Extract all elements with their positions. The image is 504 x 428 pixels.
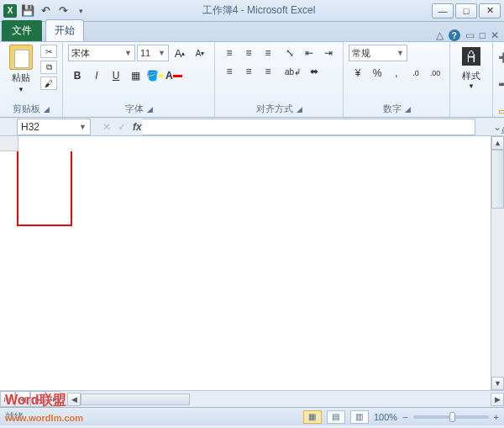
redo-icon[interactable]: ↷: [56, 4, 70, 18]
close-button[interactable]: ✕: [479, 3, 501, 18]
scroll-down-button[interactable]: ▼: [491, 377, 504, 390]
doc-restore-button[interactable]: □: [480, 29, 486, 41]
group-number-label: 数字: [383, 103, 402, 115]
font-color-button[interactable]: A: [165, 67, 183, 84]
scroll-right-button[interactable]: ▶: [491, 393, 504, 406]
insert-cells-button[interactable]: ➕插入▼: [498, 45, 504, 70]
cancel-formula-icon[interactable]: ✕: [102, 121, 111, 133]
styles-button[interactable]: 🅰 样式 ▼: [455, 45, 487, 90]
sheet-prev-button[interactable]: ◀: [15, 391, 30, 407]
quick-access-toolbar: X 💾 ↶ ↷ ▾: [3, 4, 87, 18]
sheet-first-button[interactable]: ⏮: [0, 391, 15, 407]
normal-view-button[interactable]: ▦: [303, 410, 322, 424]
doc-minimize-button[interactable]: ▭: [465, 29, 475, 41]
number-format-combo[interactable]: 常规▼: [349, 45, 407, 61]
zoom-in-button[interactable]: +: [494, 412, 499, 422]
format-cells-button[interactable]: ▭格式▼: [498, 98, 504, 124]
zoom-slider[interactable]: [413, 415, 489, 419]
ribbon-right-controls: △ ? ▭ □ ✕: [436, 29, 504, 41]
fill-color-button[interactable]: 🪣: [145, 67, 164, 84]
zoom-level[interactable]: 100%: [374, 412, 397, 422]
sheet-next-button[interactable]: ▶: [30, 391, 45, 407]
ribbon: 粘贴 ▼ ✂ ⧉ 🖌 剪贴板◢ 宋体▼ 11▼ A▴ A▾ B I U ▦: [0, 42, 504, 118]
format-painter-button[interactable]: 🖌: [40, 77, 57, 90]
paste-label: 粘贴: [12, 71, 30, 84]
align-middle-button[interactable]: ≡: [239, 45, 258, 61]
styles-icon: 🅰: [459, 45, 484, 70]
window-title: 工作簿4 - Microsoft Excel: [87, 3, 430, 18]
border-button[interactable]: ▦: [126, 67, 144, 84]
font-size-combo[interactable]: 11▼: [137, 45, 169, 61]
shrink-font-button[interactable]: A▾: [191, 45, 209, 61]
decrease-decimal-button[interactable]: .00: [426, 65, 444, 82]
help-icon[interactable]: ?: [449, 29, 460, 41]
italic-button[interactable]: I: [87, 67, 106, 84]
align-right-button[interactable]: ≡: [259, 63, 277, 80]
cut-button[interactable]: ✂: [40, 45, 57, 58]
formula-expand-icon[interactable]: ⌄: [491, 121, 504, 133]
clipboard-launcher-icon[interactable]: ◢: [44, 105, 50, 114]
decrease-indent-button[interactable]: ⇤: [300, 45, 318, 61]
qat-customize-icon[interactable]: ▾: [74, 4, 87, 18]
font-name-combo[interactable]: 宋体▼: [68, 45, 135, 61]
fx-icon[interactable]: fx: [133, 121, 142, 133]
increase-indent-button[interactable]: ⇥: [319, 45, 338, 61]
increase-decimal-button[interactable]: .0: [407, 65, 425, 82]
align-left-button[interactable]: ≡: [220, 63, 239, 80]
styles-label: 样式: [462, 70, 480, 82]
row-headers: [0, 151, 18, 390]
horizontal-scrollbar[interactable]: ◀ ▶: [67, 391, 504, 407]
page-break-view-button[interactable]: ▥: [350, 410, 369, 424]
worksheet-grid: ▲ ▼: [0, 136, 504, 390]
zoom-out-button[interactable]: −: [402, 412, 407, 422]
orientation-button[interactable]: ⤡: [281, 45, 299, 61]
save-icon[interactable]: 💾: [21, 4, 34, 18]
status-bar: 就绪 ▦ ▤ ▥ 100% − +: [0, 407, 504, 425]
doc-close-button[interactable]: ✕: [491, 29, 499, 41]
select-all-corner[interactable]: [0, 136, 18, 151]
merge-center-button[interactable]: ⬌: [306, 63, 323, 80]
comma-button[interactable]: ,: [387, 65, 406, 82]
copy-button[interactable]: ⧉: [40, 61, 57, 74]
paste-button[interactable]: 粘贴 ▼: [5, 45, 37, 93]
formula-bar: H32▼ ✕ ✓ fx ⌄: [0, 118, 504, 136]
maximize-button[interactable]: □: [455, 3, 477, 18]
excel-icon: X: [3, 4, 17, 18]
align-center-button[interactable]: ≡: [239, 63, 258, 80]
enter-formula-icon[interactable]: ✓: [118, 121, 126, 133]
delete-icon: ➖: [498, 78, 504, 90]
delete-cells-button[interactable]: ➖删除▼: [498, 71, 504, 97]
font-launcher-icon[interactable]: ◢: [147, 105, 153, 114]
number-launcher-icon[interactable]: ◢: [405, 105, 411, 114]
vertical-scrollbar[interactable]: ▲ ▼: [491, 136, 504, 390]
alignment-launcher-icon[interactable]: ◢: [297, 105, 302, 114]
bold-button[interactable]: B: [68, 67, 87, 84]
hscroll-thumb[interactable]: [81, 394, 190, 405]
format-icon: ▭: [498, 105, 504, 117]
group-font: 宋体▼ 11▼ A▴ A▾ B I U ▦ 🪣 A 字体◢: [63, 42, 215, 117]
tab-开始[interactable]: 开始: [45, 19, 84, 41]
underline-button[interactable]: U: [107, 67, 125, 84]
group-clipboard: 粘贴 ▼ ✂ ⧉ 🖌 剪贴板◢: [0, 42, 63, 117]
page-layout-view-button[interactable]: ▤: [327, 410, 345, 424]
currency-button[interactable]: ¥: [349, 65, 367, 82]
minimize-button[interactable]: —: [432, 3, 454, 18]
vscroll-thumb[interactable]: [491, 150, 504, 209]
scroll-left-button[interactable]: ◀: [67, 393, 81, 406]
status-ready: 就绪: [5, 410, 24, 423]
undo-icon[interactable]: ↶: [39, 4, 52, 18]
file-tab[interactable]: 文件: [2, 20, 42, 41]
name-box[interactable]: H32▼: [17, 119, 91, 135]
ribbon-minimize-icon[interactable]: △: [436, 29, 444, 41]
scroll-up-button[interactable]: ▲: [491, 136, 504, 150]
wrap-text-button[interactable]: ab↲: [281, 63, 305, 80]
sheet-last-button[interactable]: ⏭: [45, 391, 60, 407]
grow-font-button[interactable]: A▴: [171, 45, 189, 61]
align-bottom-button[interactable]: ≡: [259, 45, 277, 61]
group-font-label: 字体: [125, 103, 144, 115]
group-number: 常规▼ ¥ % , .0 .00 数字◢: [344, 42, 450, 117]
group-clipboard-label: 剪贴板: [13, 103, 40, 115]
formula-input[interactable]: [142, 119, 475, 135]
align-top-button[interactable]: ≡: [220, 45, 239, 61]
percent-button[interactable]: %: [368, 65, 386, 82]
